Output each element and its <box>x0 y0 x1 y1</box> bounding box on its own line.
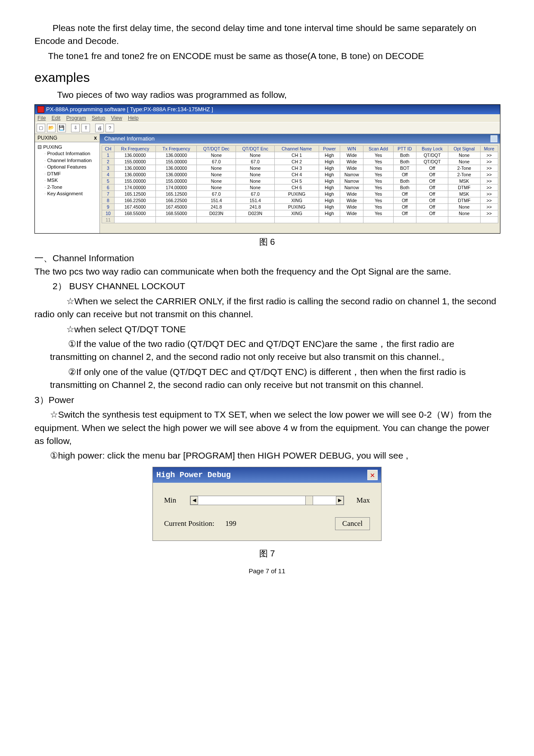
cell[interactable]: High <box>319 203 340 210</box>
slider-right-arrow-icon[interactable]: ▶ <box>336 496 344 505</box>
cell[interactable]: Yes <box>363 171 393 178</box>
channel-info-titlebar[interactable]: Channel Information <box>100 134 500 144</box>
menu-program[interactable]: Program <box>66 115 86 121</box>
cell[interactable]: None <box>197 171 236 178</box>
table-row[interactable]: 5155.00000155.00000NoneNoneCH 5HighNarro… <box>102 178 498 184</box>
cell[interactable]: 136.00000 <box>115 171 156 178</box>
cell[interactable]: Off <box>416 178 448 184</box>
cell[interactable]: CH 3 <box>275 165 319 171</box>
cell[interactable]: 151.4 <box>236 197 275 203</box>
cell[interactable] <box>480 216 498 223</box>
cell[interactable] <box>319 216 340 223</box>
cell[interactable]: 155.00000 <box>115 158 156 165</box>
cell[interactable]: >> <box>480 203 498 210</box>
cell[interactable]: Both <box>393 178 416 184</box>
cell[interactable]: Both <box>393 184 416 191</box>
cell[interactable]: Wide <box>340 203 363 210</box>
cell[interactable]: None <box>236 184 275 191</box>
cell[interactable]: Wide <box>340 197 363 203</box>
cell[interactable]: 166.22500 <box>156 197 197 203</box>
tree-item-optional-features[interactable]: Optional Features <box>44 164 98 171</box>
cell[interactable]: Both <box>393 152 416 158</box>
cell[interactable]: Wide <box>340 191 363 197</box>
cell[interactable]: QT/DQT <box>416 158 448 165</box>
cell[interactable]: Yes <box>363 178 393 184</box>
menu-bar[interactable]: File Edit Program Setup View Help <box>35 114 500 122</box>
cell[interactable]: 151.4 <box>197 197 236 203</box>
cell[interactable]: Off <box>416 197 448 203</box>
cell[interactable]: D023N <box>236 210 275 216</box>
menu-file[interactable]: File <box>37 115 46 121</box>
tree-item-2tone[interactable]: 2-Tone <box>44 184 98 191</box>
cell[interactable]: >> <box>480 152 498 158</box>
cell[interactable]: 168.55000 <box>156 210 197 216</box>
tree-item-msk[interactable]: MSK <box>44 177 98 184</box>
cell[interactable]: Yes <box>363 152 393 158</box>
cell[interactable]: High <box>319 184 340 191</box>
cell[interactable]: High <box>319 197 340 203</box>
cell[interactable]: DTMF <box>448 184 480 191</box>
cell[interactable]: Yes <box>363 210 393 216</box>
save-icon[interactable]: 💾 <box>57 124 66 132</box>
cell[interactable]: CH 5 <box>275 178 319 184</box>
cell[interactable]: Off <box>393 210 416 216</box>
cell[interactable]: CH 4 <box>275 171 319 178</box>
cell[interactable]: High <box>319 165 340 171</box>
tree-root[interactable]: PUXING <box>37 144 98 151</box>
cell[interactable]: High <box>319 171 340 178</box>
cell[interactable]: >> <box>480 165 498 171</box>
cell[interactable]: CH 1 <box>275 152 319 158</box>
cell[interactable]: High <box>319 178 340 184</box>
power-slider[interactable]: ◀ ▶ <box>190 496 344 505</box>
cell[interactable]: Yes <box>363 165 393 171</box>
cell[interactable]: Yes <box>363 191 393 197</box>
cell[interactable]: XING <box>275 197 319 203</box>
cell[interactable]: None <box>448 152 480 158</box>
menu-view[interactable]: View <box>111 115 122 121</box>
cell[interactable] <box>115 216 156 223</box>
cell[interactable]: DTMF <box>448 197 480 203</box>
cell[interactable]: Narrow <box>340 178 363 184</box>
cell[interactable]: Off <box>393 191 416 197</box>
tree-item-product-information[interactable]: Product Information <box>44 150 98 157</box>
table-row[interactable]: 4136.00000136.00000NoneNoneCH 4HighNarro… <box>102 171 498 178</box>
tree-item-dtmf[interactable]: DTMF <box>44 171 98 178</box>
cell[interactable]: MSK <box>448 191 480 197</box>
cell[interactable]: None <box>448 158 480 165</box>
table-row[interactable]: 1136.00000136.00000NoneNoneCH 1HighWideY… <box>102 152 498 158</box>
cell[interactable]: 167.45000 <box>156 203 197 210</box>
cell[interactable] <box>416 216 448 223</box>
cell[interactable]: >> <box>480 158 498 165</box>
cell[interactable] <box>156 216 197 223</box>
cell[interactable]: None <box>236 171 275 178</box>
cell[interactable]: 136.00000 <box>115 152 156 158</box>
cell[interactable] <box>275 216 319 223</box>
dialog-titlebar[interactable]: High Power Debug ✕ <box>153 467 381 483</box>
cell[interactable]: None <box>197 178 236 184</box>
cell[interactable]: XING <box>275 210 319 216</box>
cell[interactable]: 2-Tone <box>448 165 480 171</box>
cell[interactable]: Off <box>416 203 448 210</box>
cell[interactable]: >> <box>480 191 498 197</box>
cell[interactable]: Wide <box>340 210 363 216</box>
cell[interactable]: Off <box>416 171 448 178</box>
cell[interactable] <box>236 216 275 223</box>
cell[interactable]: >> <box>480 178 498 184</box>
cell[interactable]: Off <box>393 171 416 178</box>
cell[interactable]: QT/DQT <box>416 152 448 158</box>
cell[interactable]: D023N <box>197 210 236 216</box>
cell[interactable]: None <box>236 152 275 158</box>
cell[interactable]: None <box>448 203 480 210</box>
cell[interactable]: CH 2 <box>275 158 319 165</box>
cell[interactable] <box>448 216 480 223</box>
help-icon[interactable]: ? <box>106 124 114 132</box>
cell[interactable]: None <box>197 152 236 158</box>
cell[interactable]: None <box>197 184 236 191</box>
cell[interactable] <box>393 216 416 223</box>
cell[interactable]: BOT <box>393 165 416 171</box>
cell[interactable]: 67.0 <box>236 191 275 197</box>
upload-icon[interactable]: ⇧ <box>81 124 90 132</box>
table-row[interactable]: 10168.55000168.55000D023ND023NXINGHighWi… <box>102 210 498 216</box>
cell[interactable]: 241.8 <box>197 203 236 210</box>
cell[interactable]: Off <box>416 210 448 216</box>
